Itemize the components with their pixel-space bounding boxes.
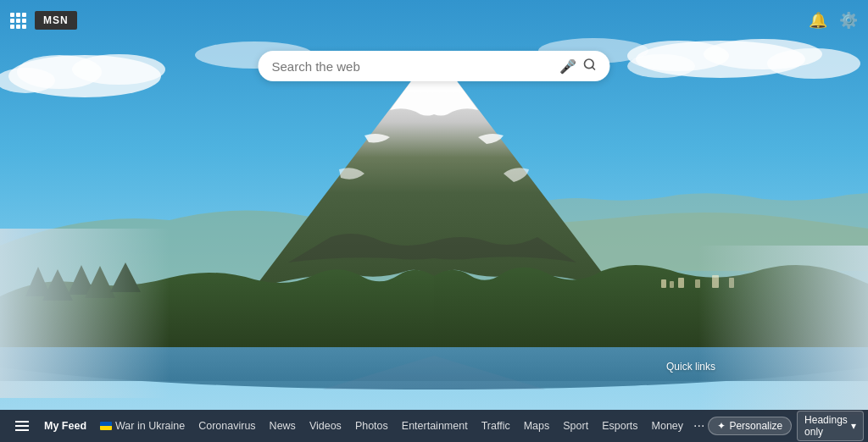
microphone-icon[interactable]: 🎤 (559, 58, 576, 75)
bell-icon[interactable]: 🔔 (809, 11, 827, 30)
svg-rect-21 (698, 246, 868, 415)
nav-item-videos[interactable]: Videos (303, 420, 348, 432)
svg-point-11 (72, 54, 165, 85)
brand-logo[interactable]: MSN (35, 11, 77, 30)
hamburger-button[interactable] (7, 421, 37, 431)
nav-item-coronavirus[interactable]: Coronavirus (192, 420, 262, 432)
more-nav-dots[interactable]: ··· (690, 418, 708, 434)
myfeed-nav-item[interactable]: My Feed (37, 420, 93, 432)
apps-grid-icon[interactable] (10, 13, 26, 29)
search-container: 🎤 (259, 51, 610, 81)
svg-line-23 (593, 67, 595, 69)
svg-rect-20 (0, 229, 170, 398)
search-input[interactable] (272, 59, 553, 74)
chevron-down-icon: ▾ (851, 420, 856, 432)
search-button[interactable] (583, 58, 597, 75)
nav-item-news[interactable]: News (263, 420, 303, 432)
nav-item-ukraine[interactable]: War in Ukraine (93, 420, 192, 432)
svg-rect-5 (678, 278, 684, 288)
topbar-left: MSN (10, 11, 77, 30)
topbar-right: 🔔 ⚙️ (809, 11, 858, 30)
quick-links-label[interactable]: Quick links (666, 361, 715, 373)
nav-item-maps[interactable]: Maps (517, 420, 557, 432)
svg-point-16 (767, 48, 860, 79)
svg-rect-3 (661, 279, 666, 288)
svg-rect-4 (670, 281, 674, 288)
gear-icon[interactable]: ⚙️ (839, 11, 858, 30)
bottombar: My Feed War in Ukraine Coronavirus News … (0, 410, 868, 442)
nav-item-esports[interactable]: Esports (595, 420, 644, 432)
search-bar: 🎤 (259, 51, 610, 81)
nav-item-entertainment[interactable]: Entertainment (395, 420, 475, 432)
personalize-icon: ✦ (717, 420, 726, 432)
headings-dropdown[interactable]: Headings only ▾ (797, 411, 864, 441)
personalize-button[interactable]: ✦ Personalize (708, 417, 792, 435)
nav-item-photos[interactable]: Photos (348, 420, 395, 432)
nav-item-money[interactable]: Money (645, 420, 691, 432)
ukraine-flag-icon (100, 422, 112, 430)
right-controls: ✦ Personalize Headings only ▾ ⊞ ☰ (708, 411, 868, 441)
topbar: MSN 🔔 ⚙️ (0, 0, 868, 41)
nav-item-traffic[interactable]: Traffic (475, 420, 517, 432)
nav-item-sport[interactable]: Sport (556, 420, 595, 432)
